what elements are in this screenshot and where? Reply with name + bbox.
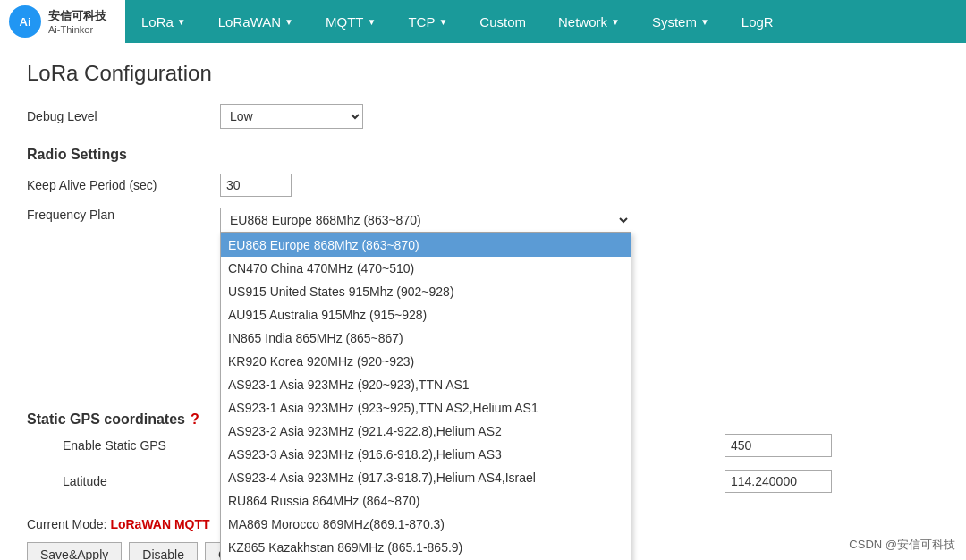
dropdown-item-cn470[interactable]: CN470 China 470MHz (470~510) <box>221 257 631 280</box>
debug-level-select[interactable]: Low Medium High <box>220 104 363 129</box>
frequency-plan-select[interactable]: EU868 Europe 868Mhz (863~870) <box>220 208 631 233</box>
frequency-dropdown-list: EU868 Europe 868Mhz (863~870) CN470 Chin… <box>220 233 631 560</box>
dropdown-item-eu868[interactable]: EU868 Europe 868Mhz (863~870) <box>221 233 631 257</box>
nav-lorawan[interactable]: LoRaWAN ▼ <box>202 0 309 43</box>
dropdown-item-as9231-helium[interactable]: AS923-1 Asia 923MHz (923~925),TTN AS2,He… <box>221 396 631 420</box>
dropdown-item-ru864[interactable]: RU864 Russia 864MHz (864~870) <box>221 489 631 513</box>
dropdown-item-us915[interactable]: US915 United States 915Mhz (902~928) <box>221 280 631 303</box>
nav-tcp[interactable]: TCP ▼ <box>392 0 463 43</box>
debug-level-row: Debug Level Low Medium High <box>27 104 939 129</box>
disable-button[interactable]: Disable <box>129 542 198 560</box>
radio-settings-title: Radio Settings <box>27 147 939 163</box>
brand-name-en: Ai-Thinker <box>48 24 106 35</box>
logo-icon: Ai <box>9 5 41 38</box>
keep-alive-input[interactable] <box>220 174 292 197</box>
debug-level-label: Debug Level <box>27 109 206 123</box>
mode-value: LoRaWAN MQTT <box>110 517 209 531</box>
mqtt-arrow-icon: ▼ <box>367 17 376 27</box>
nav-logr[interactable]: LogR <box>725 0 790 43</box>
dropdown-item-kz865[interactable]: KZ865 Kazakhstan 869MHz (865.1-865.9) <box>221 536 631 559</box>
network-arrow-icon: ▼ <box>611 17 620 27</box>
nav-network[interactable]: Network ▼ <box>542 0 636 43</box>
latitude-label: Latitude <box>27 474 206 488</box>
gps-help-icon[interactable]: ? <box>191 412 199 428</box>
latitude-input[interactable] <box>724 470 832 493</box>
brand-name-cn: 安信可科技 <box>48 8 106 24</box>
nav-items: LoRa ▼ LoRaWAN ▼ MQTT ▼ TCP ▼ Custom Net… <box>125 0 966 43</box>
frequency-plan-label: Frequency Plan <box>27 208 206 222</box>
dropdown-item-as9232[interactable]: AS923-2 Asia 923MHz (921.4-922.8),Helium… <box>221 420 631 443</box>
main-content: LoRa Configuration Debug Level Low Mediu… <box>0 43 966 560</box>
dropdown-item-kr920[interactable]: KR920 Korea 920MHz (920~923) <box>221 350 631 373</box>
watermark: CSDN @安信可科技 <box>849 537 955 553</box>
enable-gps-label: Enable Static GPS <box>27 438 206 453</box>
nav-lora[interactable]: LoRa ▼ <box>125 0 202 43</box>
longitude-input[interactable] <box>724 434 832 457</box>
nav-mqtt[interactable]: MQTT ▼ <box>309 0 392 43</box>
system-arrow-icon: ▼ <box>700 17 709 27</box>
keep-alive-label: Keep Alive Period (sec) <box>27 178 206 192</box>
nav-custom[interactable]: Custom <box>463 0 542 43</box>
dropdown-item-as9234[interactable]: AS923-4 Asia 923MHz (917.3-918.7),Helium… <box>221 466 631 489</box>
dropdown-item-as9231-ttn[interactable]: AS923-1 Asia 923MHz (920~923),TTN AS1 <box>221 373 631 396</box>
frequency-plan-row: Frequency Plan EU868 Europe 868Mhz (863~… <box>27 208 939 233</box>
dropdown-item-ma869[interactable]: MA869 Morocco 869MHz(869.1-870.3) <box>221 513 631 536</box>
lora-arrow-icon: ▼ <box>177 17 186 27</box>
keep-alive-row: Keep Alive Period (sec) <box>27 174 939 197</box>
lorawan-arrow-icon: ▼ <box>284 17 293 27</box>
brand-logo: Ai 安信可科技 Ai-Thinker <box>0 0 125 43</box>
dropdown-item-au915[interactable]: AU915 Australia 915Mhz (915~928) <box>221 303 631 327</box>
navbar: Ai 安信可科技 Ai-Thinker LoRa ▼ LoRaWAN ▼ MQT… <box>0 0 966 43</box>
save-apply-button[interactable]: Save&Apply <box>27 542 122 560</box>
page-title: LoRa Configuration <box>27 61 939 86</box>
frequency-select-wrapper: EU868 Europe 868Mhz (863~870) EU868 Euro… <box>220 208 631 233</box>
tcp-arrow-icon: ▼ <box>438 17 447 27</box>
dropdown-item-in865[interactable]: IN865 India 865MHz (865~867) <box>221 327 631 350</box>
nav-system[interactable]: System ▼ <box>636 0 725 43</box>
brand-text: 安信可科技 Ai-Thinker <box>48 8 106 35</box>
dropdown-item-as9233[interactable]: AS923-3 Asia 923MHz (916.6-918.2),Helium… <box>221 443 631 466</box>
